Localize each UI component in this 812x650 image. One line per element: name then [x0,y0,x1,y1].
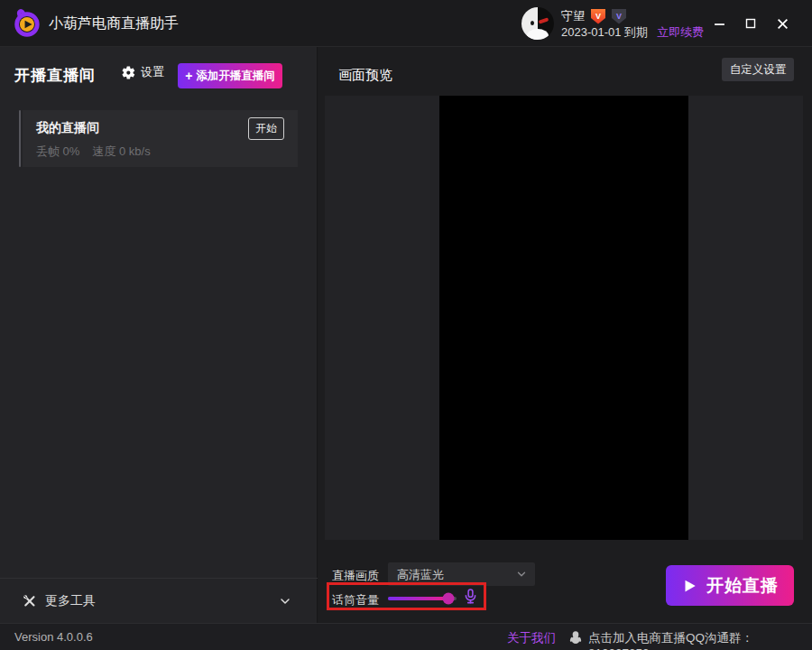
qq-group-link[interactable]: 点击加入电商直播QQ沟通群：812037353 [588,630,812,650]
version-text: Version 4.0.0.6 [14,630,93,644]
room-start-button[interactable]: 开始 [248,117,284,140]
room-list-scrollbar[interactable] [19,110,21,167]
chevron-down-icon [515,568,528,584]
plus-icon: + [185,69,192,83]
mic-volume-label: 话筒音量 [332,592,379,608]
gear-icon [121,65,136,80]
avatar-left-eye [531,21,534,25]
room-stats: 丢帧 0% 速度 0 kb/s [36,144,151,160]
mic-slider-fill [388,597,448,600]
preview-title: 画面预览 [338,67,392,84]
avatar-muzzle [527,29,549,40]
vip-badge-icon: V [591,9,605,24]
avatar-red-eye [539,17,549,23]
room-name: 我的直播间 [36,120,99,136]
app-logo-icon [11,8,42,39]
statusbar: Version 4.0.0.6 关于我们 点击加入电商直播QQ沟通群：81203… [0,623,812,650]
renew-link[interactable]: 立即续费 [657,24,704,41]
titlebar: 小葫芦电商直播助手 守望 V V 2023-01-01 到期 立即续费 [0,0,812,47]
rooms-panel-title: 开播直播间 [14,65,96,86]
start-stream-button[interactable]: 开始直播 [666,565,794,606]
dropped-frames-stat: 丢帧 0% [36,144,79,160]
settings-button[interactable]: 设置 [121,64,164,80]
user-info-row: 守望 V V [561,8,626,24]
close-icon [777,18,789,30]
sidebar: 开播直播间 设置 + 添加开播直播间 我的直播间 开始 丢帧 0% 速度 0 k… [0,47,318,623]
vip-badge-gray-icon: V [612,9,626,24]
user-avatar[interactable] [521,7,554,40]
expiry-text: 2023-01-01 到期 [561,24,648,41]
room-card[interactable]: 我的直播间 开始 丢帧 0% 速度 0 kb/s [23,110,298,167]
speed-stat: 速度 0 kb/s [92,144,150,160]
maximize-icon [745,18,756,29]
preview-area [325,96,803,540]
chevron-down-icon [278,594,292,612]
more-tools-label: 更多工具 [45,593,96,609]
expiry-row: 2023-01-01 到期 立即续费 [561,24,704,41]
mic-volume-slider[interactable] [388,591,457,606]
tools-icon [22,593,37,612]
maximize-button[interactable] [739,13,762,34]
settings-label: 设置 [141,64,164,80]
qq-penguin-icon [568,629,583,649]
quality-value: 高清蓝光 [397,567,444,583]
quality-label: 直播画质 [332,568,379,584]
add-room-button[interactable]: + 添加开播直播间 [178,63,282,88]
more-tools-toggle[interactable]: 更多工具 [0,578,318,623]
minimize-button[interactable] [707,13,731,34]
app-title: 小葫芦电商直播助手 [49,0,179,47]
add-room-label: 添加开播直播间 [196,69,275,84]
mic-slider-thumb[interactable] [442,593,454,605]
microphone-icon[interactable] [462,587,479,609]
app-window: 小葫芦电商直播助手 守望 V V 2023-01-01 到期 立即续费 [0,0,812,650]
close-button[interactable] [770,13,794,34]
custom-settings-button[interactable]: 自定义设置 [722,58,794,81]
play-icon [681,578,697,594]
minimize-icon [714,18,725,30]
quality-select[interactable]: 高清蓝光 [388,562,535,586]
username: 守望 [561,8,585,24]
about-us-link[interactable]: 关于我们 [507,630,556,646]
start-stream-label: 开始直播 [706,574,779,598]
preview-canvas [439,96,688,540]
